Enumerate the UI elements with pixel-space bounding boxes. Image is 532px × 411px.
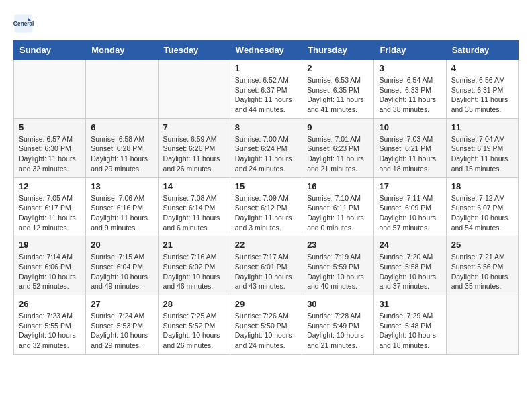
- calendar-cell: 3Sunrise: 6:54 AM Sunset: 6:33 PM Daylig…: [374, 60, 446, 119]
- calendar-cell: 10Sunrise: 7:03 AM Sunset: 6:21 PM Dayli…: [374, 118, 446, 177]
- day-info: Sunrise: 7:03 AM Sunset: 6:21 PM Dayligh…: [379, 134, 441, 174]
- calendar-cell: 24Sunrise: 7:20 AM Sunset: 5:58 PM Dayli…: [374, 236, 446, 295]
- day-info: Sunrise: 7:16 AM Sunset: 6:02 PM Dayligh…: [163, 252, 225, 291]
- weekday-label: Wednesday: [230, 41, 302, 60]
- day-info: Sunrise: 7:01 AM Sunset: 6:23 PM Dayligh…: [307, 134, 369, 174]
- weekday-label: Monday: [86, 41, 158, 60]
- day-number: 4: [451, 63, 513, 73]
- day-info: Sunrise: 7:12 AM Sunset: 6:07 PM Dayligh…: [451, 193, 513, 233]
- day-info: Sunrise: 7:10 AM Sunset: 6:11 PM Dayligh…: [307, 193, 369, 233]
- calendar-cell: 17Sunrise: 7:11 AM Sunset: 6:09 PM Dayli…: [374, 177, 446, 236]
- calendar-cell: 18Sunrise: 7:12 AM Sunset: 6:07 PM Dayli…: [446, 177, 518, 236]
- day-number: 10: [379, 122, 441, 132]
- calendar-body: 1Sunrise: 6:52 AM Sunset: 6:37 PM Daylig…: [14, 60, 519, 355]
- calendar-cell: 27Sunrise: 7:24 AM Sunset: 5:53 PM Dayli…: [86, 295, 158, 355]
- calendar-cell: 23Sunrise: 7:19 AM Sunset: 5:59 PM Dayli…: [302, 236, 374, 295]
- weekday-label: Tuesday: [158, 41, 230, 60]
- day-number: 17: [379, 181, 441, 191]
- calendar-cell: [158, 60, 230, 119]
- day-info: Sunrise: 7:20 AM Sunset: 5:58 PM Dayligh…: [379, 252, 441, 291]
- calendar-cell: [14, 60, 86, 119]
- day-number: 22: [235, 240, 297, 250]
- day-info: Sunrise: 6:57 AM Sunset: 6:30 PM Dayligh…: [19, 134, 81, 174]
- day-number: 21: [163, 240, 225, 250]
- day-info: Sunrise: 6:52 AM Sunset: 6:37 PM Dayligh…: [235, 75, 297, 115]
- day-number: 13: [91, 181, 152, 191]
- day-number: 5: [19, 122, 81, 132]
- day-number: 8: [235, 122, 297, 132]
- day-number: 16: [307, 181, 369, 191]
- calendar-cell: 5Sunrise: 6:57 AM Sunset: 6:30 PM Daylig…: [14, 118, 86, 177]
- calendar-cell: 16Sunrise: 7:10 AM Sunset: 6:11 PM Dayli…: [302, 177, 374, 236]
- day-info: Sunrise: 7:25 AM Sunset: 5:52 PM Dayligh…: [163, 311, 225, 351]
- page-header: General: [13, 13, 519, 34]
- weekday-label: Friday: [374, 41, 446, 60]
- calendar-cell: 28Sunrise: 7:25 AM Sunset: 5:52 PM Dayli…: [158, 295, 230, 355]
- day-info: Sunrise: 7:11 AM Sunset: 6:09 PM Dayligh…: [379, 193, 441, 233]
- day-number: 9: [307, 122, 369, 132]
- day-number: 14: [163, 181, 225, 191]
- day-info: Sunrise: 6:56 AM Sunset: 6:31 PM Dayligh…: [451, 75, 513, 115]
- day-number: 18: [451, 181, 513, 191]
- day-info: Sunrise: 7:24 AM Sunset: 5:53 PM Dayligh…: [91, 311, 152, 351]
- calendar-cell: 30Sunrise: 7:28 AM Sunset: 5:49 PM Dayli…: [302, 295, 374, 355]
- calendar-cell: 9Sunrise: 7:01 AM Sunset: 6:23 PM Daylig…: [302, 118, 374, 177]
- day-number: 2: [307, 63, 369, 73]
- day-number: 12: [19, 181, 81, 191]
- day-info: Sunrise: 7:00 AM Sunset: 6:24 PM Dayligh…: [235, 134, 297, 174]
- logo: General: [13, 13, 36, 34]
- calendar-cell: 29Sunrise: 7:26 AM Sunset: 5:50 PM Dayli…: [230, 295, 302, 355]
- calendar-week-row: 19Sunrise: 7:14 AM Sunset: 6:06 PM Dayli…: [14, 236, 519, 295]
- calendar-cell: 21Sunrise: 7:16 AM Sunset: 6:02 PM Dayli…: [158, 236, 230, 295]
- calendar-week-row: 1Sunrise: 6:52 AM Sunset: 6:37 PM Daylig…: [14, 60, 519, 119]
- calendar-week-row: 26Sunrise: 7:23 AM Sunset: 5:55 PM Dayli…: [14, 295, 519, 355]
- calendar-cell: 20Sunrise: 7:15 AM Sunset: 6:04 PM Dayli…: [86, 236, 158, 295]
- day-info: Sunrise: 7:14 AM Sunset: 6:06 PM Dayligh…: [19, 252, 81, 291]
- day-number: 31: [379, 299, 441, 309]
- day-number: 28: [163, 299, 225, 309]
- calendar-cell: [446, 295, 518, 355]
- day-info: Sunrise: 7:06 AM Sunset: 6:16 PM Dayligh…: [91, 193, 152, 233]
- day-number: 29: [235, 299, 297, 309]
- calendar-cell: 6Sunrise: 6:58 AM Sunset: 6:28 PM Daylig…: [86, 118, 158, 177]
- svg-text:General: General: [13, 21, 34, 27]
- day-info: Sunrise: 6:53 AM Sunset: 6:35 PM Dayligh…: [307, 75, 369, 115]
- day-number: 6: [91, 122, 152, 132]
- day-number: 3: [379, 63, 441, 73]
- day-info: Sunrise: 7:09 AM Sunset: 6:12 PM Dayligh…: [235, 193, 297, 233]
- day-number: 20: [91, 240, 152, 250]
- calendar-cell: 8Sunrise: 7:00 AM Sunset: 6:24 PM Daylig…: [230, 118, 302, 177]
- calendar-cell: 25Sunrise: 7:21 AM Sunset: 5:56 PM Dayli…: [446, 236, 518, 295]
- day-info: Sunrise: 6:59 AM Sunset: 6:26 PM Dayligh…: [163, 134, 225, 174]
- calendar-week-row: 12Sunrise: 7:05 AM Sunset: 6:17 PM Dayli…: [14, 177, 519, 236]
- calendar-cell: 2Sunrise: 6:53 AM Sunset: 6:35 PM Daylig…: [302, 60, 374, 119]
- calendar-cell: 13Sunrise: 7:06 AM Sunset: 6:16 PM Dayli…: [86, 177, 158, 236]
- weekday-header-row: SundayMondayTuesdayWednesdayThursdayFrid…: [14, 41, 519, 60]
- day-info: Sunrise: 6:54 AM Sunset: 6:33 PM Dayligh…: [379, 75, 441, 115]
- calendar-cell: 22Sunrise: 7:17 AM Sunset: 6:01 PM Dayli…: [230, 236, 302, 295]
- day-number: 23: [307, 240, 369, 250]
- day-info: Sunrise: 7:29 AM Sunset: 5:48 PM Dayligh…: [379, 311, 441, 351]
- day-info: Sunrise: 7:19 AM Sunset: 5:59 PM Dayligh…: [307, 252, 369, 291]
- day-number: 30: [307, 299, 369, 309]
- logo-icon: General: [13, 13, 34, 34]
- calendar-cell: 31Sunrise: 7:29 AM Sunset: 5:48 PM Dayli…: [374, 295, 446, 355]
- calendar-cell: [86, 60, 158, 119]
- day-number: 15: [235, 181, 297, 191]
- calendar-cell: 11Sunrise: 7:04 AM Sunset: 6:19 PM Dayli…: [446, 118, 518, 177]
- calendar-cell: 26Sunrise: 7:23 AM Sunset: 5:55 PM Dayli…: [14, 295, 86, 355]
- weekday-label: Sunday: [14, 41, 86, 60]
- day-info: Sunrise: 7:26 AM Sunset: 5:50 PM Dayligh…: [235, 311, 297, 351]
- day-info: Sunrise: 7:23 AM Sunset: 5:55 PM Dayligh…: [19, 311, 81, 351]
- calendar-cell: 15Sunrise: 7:09 AM Sunset: 6:12 PM Dayli…: [230, 177, 302, 236]
- day-number: 25: [451, 240, 513, 250]
- day-info: Sunrise: 7:21 AM Sunset: 5:56 PM Dayligh…: [451, 252, 513, 291]
- day-info: Sunrise: 7:04 AM Sunset: 6:19 PM Dayligh…: [451, 134, 513, 174]
- day-info: Sunrise: 7:28 AM Sunset: 5:49 PM Dayligh…: [307, 311, 369, 351]
- calendar-cell: 7Sunrise: 6:59 AM Sunset: 6:26 PM Daylig…: [158, 118, 230, 177]
- day-number: 19: [19, 240, 81, 250]
- day-number: 11: [451, 122, 513, 132]
- day-number: 7: [163, 122, 225, 132]
- day-number: 27: [91, 299, 152, 309]
- calendar-cell: 19Sunrise: 7:14 AM Sunset: 6:06 PM Dayli…: [14, 236, 86, 295]
